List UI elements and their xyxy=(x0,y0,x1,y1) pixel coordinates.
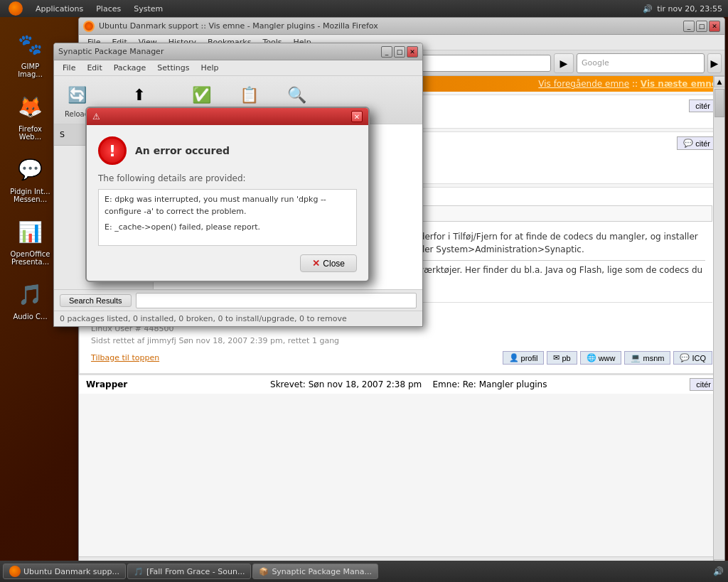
error-titlebar: ⚠ ✕ xyxy=(87,108,368,125)
audio-icon: 🎵 xyxy=(14,277,48,311)
taskbar-sys-icon: 🔊 xyxy=(713,566,724,576)
taskbar: Ubuntu Danmark supp... 🎵 [Fall From Grac… xyxy=(0,561,728,582)
firefox-close-btn[interactable]: ✕ xyxy=(709,21,720,32)
firefox-maximize-btn[interactable]: □ xyxy=(696,21,707,32)
forum-prev-link[interactable]: Vis foregående emne xyxy=(538,79,629,89)
taskbar-audio-label: [Fall From Grace - Soun... xyxy=(146,567,245,576)
taskbar-items: Ubuntu Danmark supp... 🎵 [Fall From Grac… xyxy=(0,564,713,579)
firefox-logo-icon xyxy=(83,21,95,32)
sidebar-icon-openoffice[interactable]: 📊 OpenOffice Presenta... xyxy=(6,212,55,269)
firefox-label: Firefox Web... xyxy=(9,125,53,141)
taskbar-audio-icon: 🎵 xyxy=(134,567,144,576)
gimp-icon: 🐾 xyxy=(14,27,48,61)
msnm-btn[interactable]: 💻 msnm xyxy=(624,351,670,365)
desktop: Applications Places System 🔊 tir nov 20,… xyxy=(0,0,728,582)
scrollbar-v[interactable]: ▲ ▼ xyxy=(713,76,724,571)
sidebar-icon-gimp[interactable]: 🐾 GIMP Imag... xyxy=(6,24,55,81)
firefox-title-text: Ubuntu Danmark support :: Vis emne - Man… xyxy=(99,21,378,31)
error-dialog: ⚠ ✕ ! An error occured The following det… xyxy=(85,107,370,282)
apply-icon: ✅ xyxy=(188,82,214,108)
top-panel: Applications Places System 🔊 tir nov 20,… xyxy=(0,0,728,17)
synaptic-maximize-btn[interactable]: □ xyxy=(394,46,405,58)
firefox-minimize-btn[interactable]: _ xyxy=(683,21,695,32)
pidgin-label: Pidgin Int... Messen... xyxy=(9,188,53,203)
profile-links: 👤 profil ✉ pb 🌐 www 💻 msnm 💬 ICQ xyxy=(503,351,712,365)
syn-search-results-btn[interactable]: Search Results xyxy=(60,294,132,307)
firefox-icon: 🦊 xyxy=(14,90,48,124)
panel-volume-icon[interactable]: 🔊 xyxy=(643,4,653,14)
error-details-box: E: dpkg was interrupted, you must manual… xyxy=(98,189,357,246)
reload-icon: 🔄 xyxy=(64,82,90,108)
synaptic-menubar: File Edit Package Settings Help xyxy=(54,60,422,76)
synaptic-statusbar: 0 packages listed, 0 installed, 0 broken… xyxy=(54,311,422,326)
taskbar-audio-btn[interactable]: 🎵 [Fall From Grace - Soun... xyxy=(127,564,251,579)
error-detail-line2: E: _cache->open() failed, please report. xyxy=(105,222,350,234)
search-icon: 🔍 xyxy=(284,82,310,108)
panel-clock: tir nov 20, 23:55 xyxy=(657,4,722,14)
error-warn-icon: ⚠ xyxy=(92,112,100,122)
panel-applications[interactable]: Applications xyxy=(30,3,89,15)
sidebar: 🐾 GIMP Imag... 🦊 Firefox Web... 💬 Pidgin… xyxy=(0,17,60,561)
taskbar-right: 🔊 xyxy=(713,566,728,576)
error-title-label: An error occured xyxy=(135,145,230,156)
synaptic-search-row: Search Results xyxy=(54,289,422,311)
go-btn[interactable]: ▶ xyxy=(554,53,574,73)
openoffice-label: OpenOffice Presenta... xyxy=(9,250,53,266)
synaptic-minimize-btn[interactable]: _ xyxy=(381,46,392,58)
error-stop-icon: ! xyxy=(98,136,127,165)
panel-system[interactable]: System xyxy=(128,3,168,15)
wrapper-row: Wrapper Skrevet: Søn nov 18, 2007 2:38 p… xyxy=(79,374,724,394)
taskbar-ubuntu-icon xyxy=(9,566,21,577)
syn-menu-settings[interactable]: Settings xyxy=(151,62,195,74)
error-close-button[interactable]: ✕ Close xyxy=(300,254,357,272)
synaptic-title: Synaptic Package Manager xyxy=(58,47,164,56)
markall-icon: ⬆ xyxy=(127,82,152,108)
sidebar-icon-audio[interactable]: 🎵 Audio C... xyxy=(6,274,55,323)
error-detail-line1: E: dpkg was interrupted, you must manual… xyxy=(105,194,350,217)
syn-menu-file[interactable]: File xyxy=(57,62,81,74)
synaptic-title-text: Synaptic Package Manager xyxy=(58,47,164,56)
synaptic-close-btn[interactable]: ✕ xyxy=(407,46,418,58)
close-x-icon: ✕ xyxy=(312,258,320,269)
ubuntu-logo[interactable] xyxy=(3,0,28,17)
error-header-row: ! An error occured xyxy=(98,136,357,165)
error-footer: ✕ Close xyxy=(98,254,357,272)
properties-icon: 📋 xyxy=(237,82,262,108)
taskbar-synaptic-icon: 📦 xyxy=(259,567,269,576)
scroll-up-btn[interactable]: ▲ xyxy=(714,76,724,87)
synaptic-titlebar: Synaptic Package Manager _ □ ✕ xyxy=(54,43,422,60)
error-body: ! An error occured The following details… xyxy=(87,125,368,281)
pb-btn[interactable]: ✉ pb xyxy=(547,351,577,365)
taskbar-ubuntu-label: Ubuntu Danmark supp... xyxy=(23,567,119,576)
panel-places[interactable]: Places xyxy=(90,3,127,15)
error-title-close-btn[interactable]: ✕ xyxy=(351,111,363,122)
profile-btn[interactable]: 👤 profil xyxy=(503,351,545,365)
syn-status-text: 0 packages listed, 0 installed, 0 broken… xyxy=(60,314,347,323)
search-bar-icon: Google xyxy=(577,53,705,73)
error-subtitle: The following details are provided: xyxy=(98,173,357,183)
firefox-titlebar: Ubuntu Danmark support :: Vis emne - Man… xyxy=(79,18,724,35)
syn-menu-edit[interactable]: Edit xyxy=(81,62,107,74)
syn-menu-package[interactable]: Package xyxy=(108,62,152,74)
taskbar-synaptic-btn[interactable]: 📦 Synaptic Package Mana... xyxy=(252,564,378,579)
sidebar-icon-firefox[interactable]: 🦊 Firefox Web... xyxy=(6,87,55,144)
synaptic-window-controls: _ □ ✕ xyxy=(381,46,418,58)
pidgin-icon: 💬 xyxy=(14,152,48,186)
syn-search-field[interactable] xyxy=(136,293,417,308)
error-close-label: Close xyxy=(323,259,345,269)
taskbar-ubuntu-btn[interactable]: Ubuntu Danmark supp... xyxy=(3,564,126,579)
syn-menu-help[interactable]: Help xyxy=(195,62,224,74)
forum-next-link[interactable]: Vis næste emne xyxy=(641,79,717,89)
scroll-thumb[interactable] xyxy=(714,89,724,117)
sidebar-icon-pidgin[interactable]: 💬 Pidgin Int... Messen... xyxy=(6,149,55,206)
www-btn[interactable]: 🌐 www xyxy=(580,351,622,365)
icq-btn[interactable]: 💬 ICQ xyxy=(673,351,712,365)
audio-label: Audio C... xyxy=(13,313,47,320)
search-go-btn[interactable]: ▶ xyxy=(707,53,722,73)
openoffice-icon: 📊 xyxy=(14,215,48,249)
cite-btn-2[interactable]: 💬 citér xyxy=(677,136,717,150)
gimp-label: GIMP Imag... xyxy=(9,63,53,78)
taskbar-synaptic-label: Synaptic Package Mana... xyxy=(272,567,372,576)
tilbage-link[interactable]: Tilbage til toppen xyxy=(91,353,159,362)
post-edit-meta: Sidst rettet af jimmyfj Søn nov 18, 2007… xyxy=(91,336,712,345)
